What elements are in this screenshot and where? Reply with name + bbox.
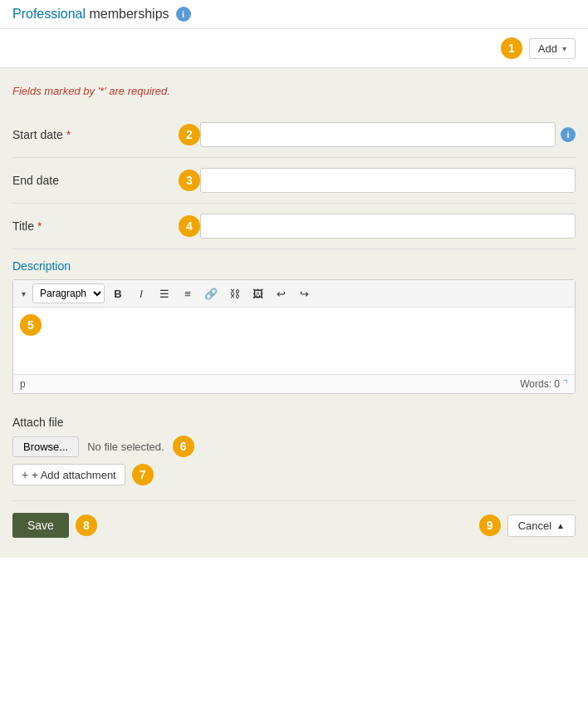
- redo-button[interactable]: ↪: [294, 283, 314, 303]
- attach-row: Browse... No file selected. 6: [12, 436, 576, 457]
- title-highlight: Professional: [12, 7, 86, 21]
- cancel-group: 9 Cancel ▲: [479, 515, 576, 537]
- words-count-text: Words: 0: [520, 378, 560, 390]
- description-label: Description: [12, 259, 576, 273]
- cancel-label: Cancel: [518, 520, 551, 532]
- start-date-row: Start date * 2 i: [12, 112, 576, 158]
- editor-toolbar: ▾ Paragraph B I ☰ ≡ 🔗 ⛓ 🖼 ↩ ↪: [13, 280, 575, 308]
- unlink-button[interactable]: ⛓: [224, 283, 244, 303]
- step-badge-2: 2: [179, 124, 200, 145]
- step-badge-9: 9: [479, 515, 501, 536]
- step-badge-5: 5: [20, 314, 42, 336]
- end-date-label: End date: [12, 174, 179, 187]
- no-file-text: No file selected.: [87, 441, 164, 453]
- link-button[interactable]: 🔗: [201, 283, 221, 303]
- editor-footer: p Words: 0 ⌝: [13, 374, 575, 393]
- toolbar-inner: 1 Add ▾: [501, 37, 576, 59]
- title-label-text: Title: [12, 219, 34, 233]
- title-input[interactable]: [200, 214, 576, 239]
- header-info-icon[interactable]: i: [176, 7, 191, 22]
- add-button[interactable]: Add ▾: [529, 38, 576, 59]
- end-date-field-group: [200, 168, 576, 193]
- description-section: Description ▾ Paragraph B I ☰ ≡ 🔗 ⛓ 🖼 ↩ …: [12, 249, 576, 404]
- save-button[interactable]: Save: [12, 513, 69, 538]
- cancel-button[interactable]: Cancel ▲: [507, 515, 576, 537]
- italic-button[interactable]: I: [131, 283, 151, 303]
- title-rest: memberships: [86, 7, 169, 21]
- end-date-row: End date 3: [12, 158, 576, 204]
- title-row: Title * 4: [12, 204, 576, 249]
- step-badge-7: 7: [132, 464, 154, 485]
- bullet-list-button[interactable]: ☰: [154, 283, 174, 303]
- add-button-label: Add: [538, 42, 557, 55]
- browse-button[interactable]: Browse...: [12, 436, 79, 457]
- end-date-label-text: End date: [12, 174, 59, 187]
- resize-handle[interactable]: ⌝: [563, 378, 568, 390]
- end-date-input[interactable]: [200, 168, 576, 193]
- start-date-info-icon[interactable]: i: [561, 127, 576, 142]
- page-header: Professional memberships i: [0, 0, 588, 29]
- add-chevron-icon: ▾: [562, 44, 566, 53]
- bold-button[interactable]: B: [108, 283, 128, 303]
- title-label: Title *: [12, 219, 179, 233]
- step-badge-4: 4: [179, 215, 200, 237]
- add-attachment-label: + Add attachment: [32, 469, 116, 481]
- page-title: Professional memberships: [12, 7, 169, 22]
- toolbar-chevron-icon[interactable]: ▾: [18, 288, 29, 300]
- step-badge-1: 1: [501, 37, 522, 59]
- editor-wrapper: ▾ Paragraph B I ☰ ≡ 🔗 ⛓ 🖼 ↩ ↪ 5 p W: [12, 279, 576, 394]
- start-date-label-text: Start date: [12, 128, 63, 141]
- save-group: Save 8: [12, 513, 97, 538]
- editor-body[interactable]: 5: [13, 308, 575, 374]
- start-date-required-star: *: [66, 128, 71, 141]
- start-date-input[interactable]: [200, 122, 556, 147]
- title-field-group: [200, 214, 576, 239]
- required-note: Fields marked by '*' are required.: [12, 85, 576, 97]
- format-select[interactable]: Paragraph: [32, 283, 105, 303]
- footer-buttons: Save 8 9 Cancel ▲: [12, 500, 576, 541]
- editor-tag-p: p: [20, 378, 26, 390]
- add-attachment-row: + + Add attachment 7: [12, 464, 576, 485]
- undo-button[interactable]: ↩: [271, 283, 291, 303]
- attach-label: Attach file: [12, 416, 576, 429]
- cancel-chevron-icon: ▲: [556, 521, 565, 530]
- step-badge-3: 3: [179, 170, 200, 191]
- add-attachment-button[interactable]: + + Add attachment: [12, 464, 125, 485]
- toolbar-row: 1 Add ▾: [0, 29, 588, 67]
- start-date-field-group: i: [200, 122, 576, 147]
- step-badge-8: 8: [76, 515, 97, 536]
- image-button[interactable]: 🖼: [247, 283, 267, 303]
- step-badge-6: 6: [173, 436, 194, 457]
- title-required-star: *: [37, 219, 42, 233]
- ordered-list-button[interactable]: ≡: [178, 283, 198, 303]
- start-date-label: Start date *: [12, 128, 179, 141]
- attach-section: Attach file Browse... No file selected. …: [12, 404, 576, 494]
- form-area: Fields marked by '*' are required. Start…: [0, 67, 588, 558]
- words-count: Words: 0 ⌝: [520, 378, 568, 390]
- plus-icon: +: [22, 468, 28, 481]
